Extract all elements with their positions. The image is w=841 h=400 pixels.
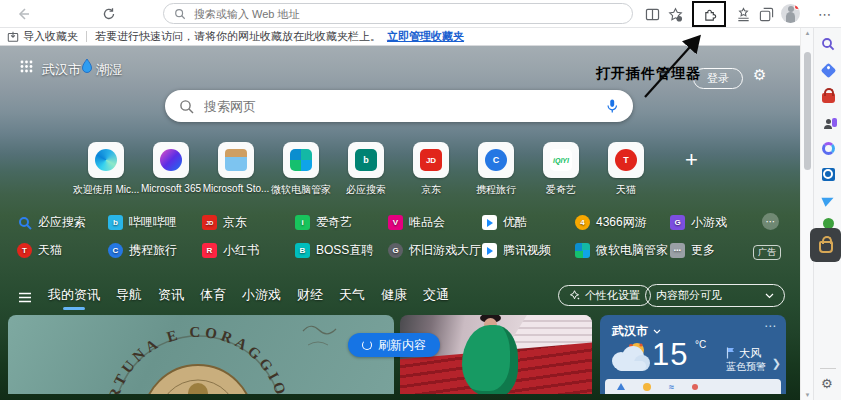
- profile-avatar[interactable]: [781, 4, 800, 23]
- link-ctrip[interactable]: C 携程旅行: [108, 242, 177, 259]
- import-icon: [7, 31, 19, 43]
- weather-condition-label[interactable]: 潮湿: [96, 61, 122, 79]
- link-bilibili[interactable]: b 哔哩哔哩: [108, 214, 177, 231]
- page-scrollbar[interactable]: ▲ ▼: [800, 28, 813, 400]
- chevron-right-icon[interactable]: ❯: [772, 357, 781, 370]
- sidebar-shopping-tag-icon[interactable]: [820, 62, 836, 78]
- iqiyi-icon: iQIYI: [550, 149, 572, 171]
- weather-alert[interactable]: 大风 蓝色预警: [726, 347, 766, 373]
- tab-minigames[interactable]: 小游戏: [242, 286, 281, 308]
- waffle-grid-icon[interactable]: [20, 60, 33, 73]
- microphone-icon[interactable]: [605, 98, 619, 114]
- sidebar-drop-plane-icon[interactable]: [820, 192, 836, 208]
- tab-news[interactable]: 资讯: [158, 286, 184, 308]
- xiaohongshu-icon: R: [202, 243, 217, 258]
- tile-microsoft-365[interactable]: Microsoft 365: [153, 142, 189, 178]
- tab-navigation[interactable]: 导航: [116, 286, 142, 308]
- favorites-icon[interactable]: [664, 4, 686, 24]
- sidebar-search-icon[interactable]: [820, 36, 836, 52]
- quick-links-row-2: T 天猫 C 携程旅行 R 小红书 B BOSS直聘 G 怀旧游戏大厅 腾讯视频: [0, 242, 800, 260]
- web-search-input[interactable]: [204, 99, 595, 114]
- bag-icon: [819, 241, 833, 253]
- wave-icon: ≈: [669, 382, 674, 392]
- hamburger-menu-icon[interactable]: [18, 292, 32, 303]
- tab-traffic[interactable]: 交通: [423, 286, 449, 308]
- tab-my-feed[interactable]: 我的资讯: [48, 286, 100, 308]
- link-more[interactable]: ⋯ 更多: [670, 242, 715, 259]
- link-minigames[interactable]: G 小游戏: [670, 214, 727, 231]
- tile-ctrip[interactable]: C 携程旅行: [478, 142, 514, 178]
- manage-favorites-link[interactable]: 立即管理收藏夹: [387, 29, 464, 44]
- page-settings-gear-icon[interactable]: ⚙: [753, 66, 766, 84]
- extensions-icon[interactable]: [699, 4, 721, 24]
- edge-sidebar: ⚙: [813, 28, 841, 400]
- tab-health[interactable]: 健康: [381, 286, 407, 308]
- tile-bing-search[interactable]: b 必应搜索: [348, 142, 384, 178]
- link-retro-games[interactable]: G 怀旧游戏大厅: [388, 242, 481, 259]
- tile-edge-welcome[interactable]: 欢迎使用 Mic...: [88, 142, 124, 178]
- tab-finance[interactable]: 财经: [297, 286, 323, 308]
- ctrip-icon: C: [108, 243, 123, 258]
- address-input[interactable]: [194, 8, 622, 20]
- vipshop-icon: V: [388, 215, 403, 230]
- link-bing-search[interactable]: 必应搜索: [17, 214, 86, 231]
- cloud-sun-icon: [608, 341, 652, 373]
- annotation-label: 打开插件管理器: [596, 65, 701, 83]
- sidebar-settings-gear-icon[interactable]: ⚙: [821, 376, 833, 391]
- link-4366[interactable]: 4 4366网游: [575, 214, 647, 231]
- links-more-button[interactable]: ⋯: [762, 213, 779, 230]
- link-vip[interactable]: V 唯品会: [388, 214, 445, 231]
- tab-actions-icon[interactable]: [755, 4, 777, 24]
- content-visibility-dropdown[interactable]: 内容部分可见: [645, 284, 785, 307]
- bilibili-icon: b: [108, 215, 123, 230]
- weather-card[interactable]: 武汉市 ⋯ 15 °C 大风 蓝色预警 ❯: [600, 315, 786, 394]
- person-icon: [786, 12, 795, 23]
- tile-iqiyi[interactable]: iQIYI 爱奇艺: [543, 142, 579, 178]
- split-screen-icon[interactable]: [641, 4, 663, 24]
- news-card-seal[interactable]: FORTUNA E CORAGGIO: [8, 315, 394, 394]
- temperature-unit: °C: [695, 339, 706, 350]
- tab-sports[interactable]: 体育: [200, 286, 226, 308]
- back-icon[interactable]: [12, 4, 34, 24]
- tencent-video-icon: [482, 243, 497, 258]
- tab-weather[interactable]: 天气: [339, 286, 365, 308]
- refresh-content-button[interactable]: 刷新内容: [348, 333, 440, 357]
- divider: [86, 31, 87, 42]
- link-jd[interactable]: JD 京东: [202, 214, 247, 231]
- search-icon: [179, 99, 194, 114]
- boss-zhipin-icon: B: [295, 243, 310, 258]
- scrollbar-thumb[interactable]: [804, 52, 811, 170]
- sidebar-shopping-bag-icon[interactable]: [820, 88, 836, 104]
- tile-pc-manager[interactable]: 微软电脑管家: [283, 142, 319, 178]
- gamepad-icon: G: [388, 243, 403, 258]
- quick-tiles-row: 欢迎使用 Mic... Microsoft 365 Microsoft Sto.…: [88, 142, 644, 178]
- link-xiaohongshu[interactable]: R 小红书: [202, 242, 259, 259]
- tmall-icon: T: [615, 149, 637, 171]
- refresh-icon[interactable]: [98, 4, 120, 24]
- tile-tmall[interactable]: T 天猫: [608, 142, 644, 178]
- link-iqiyi[interactable]: i 爱奇艺: [295, 214, 352, 231]
- weather-city-label[interactable]: 武汉市: [42, 61, 81, 79]
- add-tile-button[interactable]: +: [685, 150, 698, 170]
- web-search-box[interactable]: [165, 90, 633, 122]
- link-youku[interactable]: 优酷: [482, 214, 527, 231]
- sidebar-outlook-icon[interactable]: [820, 166, 836, 182]
- sidebar-games-icon[interactable]: [820, 114, 836, 130]
- sidebar-m365-ring-icon[interactable]: [820, 140, 836, 156]
- bing-search-icon: [17, 215, 32, 230]
- link-boss[interactable]: B BOSS直聘: [295, 242, 373, 259]
- import-favorites-button[interactable]: 导入收藏夹: [7, 29, 78, 44]
- new-tab-page: 武汉市 潮湿 登录 ⚙ 打开插件管理器 欢迎使用 Mic... Microsof…: [0, 46, 800, 400]
- tile-jd[interactable]: JD 京东: [413, 142, 449, 178]
- sidebar-hover-tooltip[interactable]: [810, 228, 841, 262]
- tile-microsoft-store[interactable]: Microsoft Sto...: [218, 142, 254, 178]
- jd-icon: JD: [420, 149, 442, 171]
- personalize-button[interactable]: 个性化设置: [558, 285, 651, 306]
- link-tmall[interactable]: T 天猫: [17, 242, 62, 259]
- collections-icon[interactable]: [732, 4, 754, 24]
- weather-card-more-icon[interactable]: ⋯: [764, 319, 776, 333]
- link-tencent-video[interactable]: 腾讯视频: [482, 242, 551, 259]
- link-pc-manager[interactable]: 微软电脑管家: [575, 242, 668, 259]
- address-bar[interactable]: [163, 3, 633, 24]
- more-menu-icon[interactable]: ⋯: [814, 4, 836, 24]
